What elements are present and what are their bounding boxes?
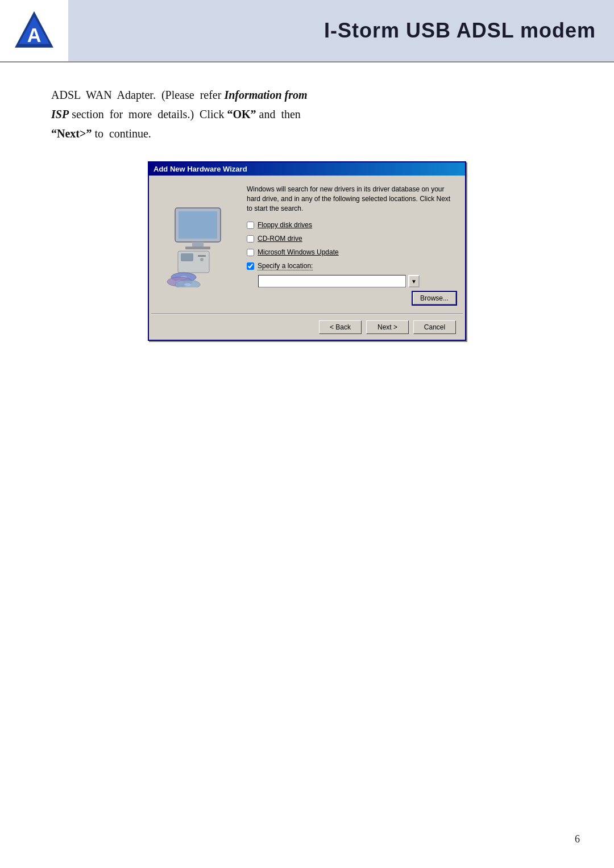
specify-location-label[interactable]: Specify a location: <box>258 262 313 270</box>
svg-rect-6 <box>185 247 210 249</box>
dialog-content-area: Windows will search for new drivers in i… <box>247 185 456 304</box>
svg-point-10 <box>200 258 204 261</box>
svg-rect-9 <box>198 255 206 257</box>
windows-update-checkbox-row[interactable]: Microsoft Windows Update <box>247 248 456 256</box>
svg-rect-8 <box>181 253 193 261</box>
location-input-row: ▼ <box>258 275 456 287</box>
add-hardware-wizard-dialog: Add New Hardware Wizard <box>148 161 466 341</box>
specify-location-checkbox[interactable] <box>247 262 254 270</box>
svg-point-16 <box>184 283 191 286</box>
dialog-footer: < Back Next > Cancel <box>149 315 465 340</box>
isp-reference: Information fromISP <box>51 89 308 120</box>
dialog-title: Add New Hardware Wizard <box>154 165 247 173</box>
floppy-label[interactable]: Floppy disk drives <box>258 221 312 229</box>
dialog-body: Windows will search for new drivers in i… <box>149 176 465 314</box>
dropdown-arrow-button[interactable]: ▼ <box>408 275 420 287</box>
next-reference: “Next>” <box>51 127 92 140</box>
ok-reference: “OK” <box>227 108 256 120</box>
svg-rect-4 <box>179 211 217 239</box>
floppy-checkbox[interactable] <box>247 222 254 229</box>
cdrom-checkbox-row[interactable]: CD-ROM drive <box>247 235 456 243</box>
dialog-image-area <box>158 185 238 304</box>
specify-location-checkbox-row[interactable]: Specify a location: <box>247 262 456 270</box>
location-input[interactable] <box>258 275 406 287</box>
cdrom-label[interactable]: CD-ROM drive <box>258 235 302 243</box>
back-button[interactable]: < Back <box>319 320 362 334</box>
computer-illustration <box>164 202 232 287</box>
svg-text:A: A <box>27 24 42 46</box>
windows-update-checkbox[interactable] <box>247 249 254 256</box>
next-button[interactable]: Next > <box>366 320 409 334</box>
main-content: ADSL WAN Adapter. (Please refer Informat… <box>0 80 614 364</box>
description-paragraph: ADSL WAN Adapter. (Please refer Informat… <box>51 85 563 143</box>
dialog-titlebar: Add New Hardware Wizard <box>149 162 465 176</box>
dialog-description-text: Windows will search for new drivers in i… <box>247 185 456 213</box>
logo-icon: A <box>14 10 55 51</box>
title-area: I-Storm USB ADSL modem <box>68 0 614 61</box>
logo-area: A <box>0 0 68 61</box>
floppy-checkbox-row[interactable]: Floppy disk drives <box>247 221 456 229</box>
windows-update-label[interactable]: Microsoft Windows Update <box>258 248 339 256</box>
browse-button[interactable]: Browse... <box>413 292 456 304</box>
browse-button-row: Browse... <box>247 292 456 304</box>
page-header: A I-Storm USB ADSL modem <box>0 0 614 62</box>
cancel-button[interactable]: Cancel <box>413 320 456 334</box>
page-number: 6 <box>575 833 580 845</box>
svg-rect-5 <box>192 242 204 247</box>
cdrom-checkbox[interactable] <box>247 235 254 243</box>
page-title: I-Storm USB ADSL modem <box>324 19 596 43</box>
